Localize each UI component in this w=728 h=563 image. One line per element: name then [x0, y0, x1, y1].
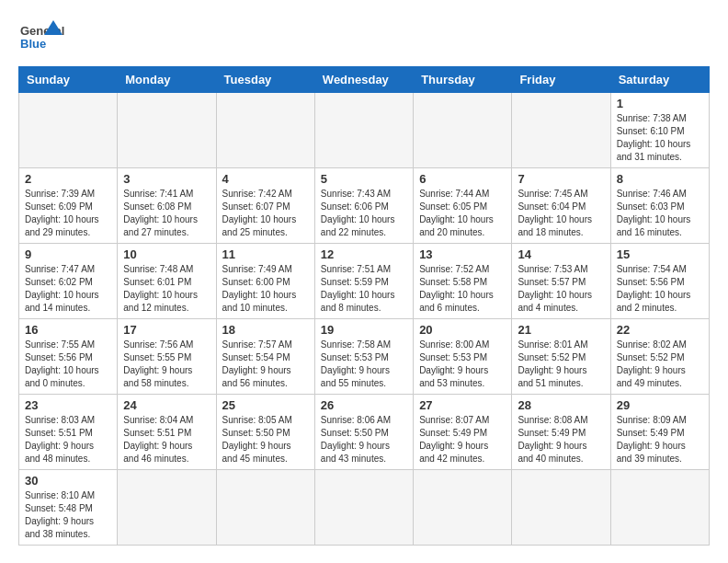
calendar-cell: 25Sunrise: 8:05 AM Sunset: 5:50 PM Dayli…: [216, 395, 314, 470]
day-number: 17: [123, 323, 210, 337]
day-number: 23: [25, 398, 111, 412]
day-info: Sunrise: 7:48 AM Sunset: 6:01 PM Dayligh…: [123, 263, 210, 315]
day-info: Sunrise: 7:47 AM Sunset: 6:02 PM Dayligh…: [25, 263, 111, 315]
day-info: Sunrise: 7:46 AM Sunset: 6:03 PM Dayligh…: [617, 188, 703, 239]
calendar-cell: [216, 93, 314, 168]
calendar-cell: [314, 470, 413, 546]
weekday-header-row: SundayMondayTuesdayWednesdayThursdayFrid…: [19, 67, 710, 93]
day-info: Sunrise: 8:09 AM Sunset: 5:49 PM Dayligh…: [617, 414, 703, 465]
calendar-cell: 2Sunrise: 7:39 AM Sunset: 6:09 PM Daylig…: [19, 168, 118, 244]
day-number: 4: [222, 172, 309, 186]
calendar-cell: 8Sunrise: 7:46 AM Sunset: 6:03 PM Daylig…: [610, 168, 709, 244]
day-info: Sunrise: 7:51 AM Sunset: 5:59 PM Dayligh…: [321, 263, 407, 315]
calendar-cell: 6Sunrise: 7:44 AM Sunset: 6:05 PM Daylig…: [414, 168, 512, 244]
calendar-cell: [610, 470, 709, 546]
day-info: Sunrise: 7:57 AM Sunset: 5:54 PM Dayligh…: [222, 339, 309, 390]
day-number: 26: [321, 398, 407, 412]
day-info: Sunrise: 8:04 AM Sunset: 5:51 PM Dayligh…: [123, 414, 210, 465]
day-info: Sunrise: 7:42 AM Sunset: 6:07 PM Dayligh…: [222, 188, 309, 239]
day-info: Sunrise: 7:55 AM Sunset: 5:56 PM Dayligh…: [25, 339, 111, 390]
day-info: Sunrise: 8:03 AM Sunset: 5:51 PM Dayligh…: [25, 414, 111, 465]
day-number: 12: [321, 247, 407, 261]
calendar-cell: 29Sunrise: 8:09 AM Sunset: 5:49 PM Dayli…: [610, 395, 709, 470]
day-number: 10: [123, 247, 210, 261]
calendar-cell: 16Sunrise: 7:55 AM Sunset: 5:56 PM Dayli…: [19, 319, 118, 395]
calendar-cell: 15Sunrise: 7:54 AM Sunset: 5:56 PM Dayli…: [610, 244, 709, 319]
week-row-1: 2Sunrise: 7:39 AM Sunset: 6:09 PM Daylig…: [19, 168, 710, 244]
day-number: 16: [25, 323, 111, 337]
day-number: 9: [25, 247, 111, 261]
day-number: 21: [518, 323, 604, 337]
day-number: 30: [25, 474, 111, 488]
day-info: Sunrise: 7:58 AM Sunset: 5:53 PM Dayligh…: [321, 339, 407, 390]
week-row-2: 9Sunrise: 7:47 AM Sunset: 6:02 PM Daylig…: [19, 244, 710, 319]
day-number: 6: [419, 172, 506, 186]
day-number: 18: [222, 323, 309, 337]
day-number: 28: [518, 398, 604, 412]
calendar-cell: 22Sunrise: 8:02 AM Sunset: 5:52 PM Dayli…: [610, 319, 709, 395]
day-info: Sunrise: 8:06 AM Sunset: 5:50 PM Dayligh…: [321, 414, 407, 465]
day-info: Sunrise: 8:02 AM Sunset: 5:52 PM Dayligh…: [617, 339, 703, 390]
day-number: 1: [617, 97, 703, 110]
calendar-cell: 26Sunrise: 8:06 AM Sunset: 5:50 PM Dayli…: [314, 395, 413, 470]
calendar-table: SundayMondayTuesdayWednesdayThursdayFrid…: [18, 66, 710, 546]
calendar-cell: 30Sunrise: 8:10 AM Sunset: 5:48 PM Dayli…: [19, 470, 118, 546]
day-info: Sunrise: 8:05 AM Sunset: 5:50 PM Dayligh…: [222, 414, 309, 465]
calendar-cell: [216, 470, 314, 546]
calendar-cell: [414, 93, 512, 168]
calendar-cell: 9Sunrise: 7:47 AM Sunset: 6:02 PM Daylig…: [19, 244, 118, 319]
day-info: Sunrise: 7:38 AM Sunset: 6:10 PM Dayligh…: [617, 112, 703, 164]
day-info: Sunrise: 7:56 AM Sunset: 5:55 PM Dayligh…: [123, 339, 210, 390]
day-number: 15: [617, 247, 703, 261]
calendar-cell: 20Sunrise: 8:00 AM Sunset: 5:53 PM Dayli…: [414, 319, 512, 395]
day-number: 22: [617, 323, 703, 337]
svg-text:Blue: Blue: [20, 37, 46, 51]
day-info: Sunrise: 7:44 AM Sunset: 6:05 PM Dayligh…: [419, 188, 506, 239]
day-info: Sunrise: 7:45 AM Sunset: 6:04 PM Dayligh…: [518, 188, 604, 239]
page-header: General Blue: [18, 18, 710, 57]
day-number: 7: [518, 172, 604, 186]
calendar-cell: 18Sunrise: 7:57 AM Sunset: 5:54 PM Dayli…: [216, 319, 314, 395]
calendar-cell: 14Sunrise: 7:53 AM Sunset: 5:57 PM Dayli…: [512, 244, 610, 319]
day-info: Sunrise: 7:49 AM Sunset: 6:00 PM Dayligh…: [222, 263, 309, 315]
calendar-cell: [19, 93, 118, 168]
calendar-cell: [414, 470, 512, 546]
day-number: 3: [123, 172, 210, 186]
calendar-cell: 24Sunrise: 8:04 AM Sunset: 5:51 PM Dayli…: [118, 395, 216, 470]
day-info: Sunrise: 7:41 AM Sunset: 6:08 PM Dayligh…: [123, 188, 210, 239]
calendar-cell: 13Sunrise: 7:52 AM Sunset: 5:58 PM Dayli…: [414, 244, 512, 319]
calendar-cell: [118, 470, 216, 546]
day-number: 8: [617, 172, 703, 186]
weekday-header-sunday: Sunday: [19, 67, 118, 93]
weekday-header-monday: Monday: [118, 67, 216, 93]
calendar-cell: 19Sunrise: 7:58 AM Sunset: 5:53 PM Dayli…: [314, 319, 413, 395]
calendar-cell: 28Sunrise: 8:08 AM Sunset: 5:49 PM Dayli…: [512, 395, 610, 470]
day-number: 24: [123, 398, 210, 412]
day-number: 19: [321, 323, 407, 337]
day-info: Sunrise: 8:01 AM Sunset: 5:52 PM Dayligh…: [518, 339, 604, 390]
day-number: 5: [321, 172, 407, 186]
week-row-5: 30Sunrise: 8:10 AM Sunset: 5:48 PM Dayli…: [19, 470, 710, 546]
week-row-0: 1Sunrise: 7:38 AM Sunset: 6:10 PM Daylig…: [19, 93, 710, 168]
calendar-cell: 21Sunrise: 8:01 AM Sunset: 5:52 PM Dayli…: [512, 319, 610, 395]
day-number: 20: [419, 323, 506, 337]
calendar-cell: 1Sunrise: 7:38 AM Sunset: 6:10 PM Daylig…: [610, 93, 709, 168]
day-number: 27: [419, 398, 506, 412]
calendar-cell: 4Sunrise: 7:42 AM Sunset: 6:07 PM Daylig…: [216, 168, 314, 244]
weekday-header-friday: Friday: [512, 67, 610, 93]
day-info: Sunrise: 7:39 AM Sunset: 6:09 PM Dayligh…: [25, 188, 111, 239]
calendar-cell: 10Sunrise: 7:48 AM Sunset: 6:01 PM Dayli…: [118, 244, 216, 319]
calendar-cell: 7Sunrise: 7:45 AM Sunset: 6:04 PM Daylig…: [512, 168, 610, 244]
day-info: Sunrise: 8:10 AM Sunset: 5:48 PM Dayligh…: [25, 489, 111, 541]
calendar-cell: 3Sunrise: 7:41 AM Sunset: 6:08 PM Daylig…: [118, 168, 216, 244]
day-info: Sunrise: 8:00 AM Sunset: 5:53 PM Dayligh…: [419, 339, 506, 390]
calendar-cell: 11Sunrise: 7:49 AM Sunset: 6:00 PM Dayli…: [216, 244, 314, 319]
day-info: Sunrise: 8:07 AM Sunset: 5:49 PM Dayligh…: [419, 414, 506, 465]
day-info: Sunrise: 7:52 AM Sunset: 5:58 PM Dayligh…: [419, 263, 506, 315]
weekday-header-tuesday: Tuesday: [216, 67, 314, 93]
calendar-cell: 12Sunrise: 7:51 AM Sunset: 5:59 PM Dayli…: [314, 244, 413, 319]
day-info: Sunrise: 8:08 AM Sunset: 5:49 PM Dayligh…: [518, 414, 604, 465]
weekday-header-saturday: Saturday: [610, 67, 709, 93]
logo: General Blue: [18, 18, 64, 57]
week-row-3: 16Sunrise: 7:55 AM Sunset: 5:56 PM Dayli…: [19, 319, 710, 395]
